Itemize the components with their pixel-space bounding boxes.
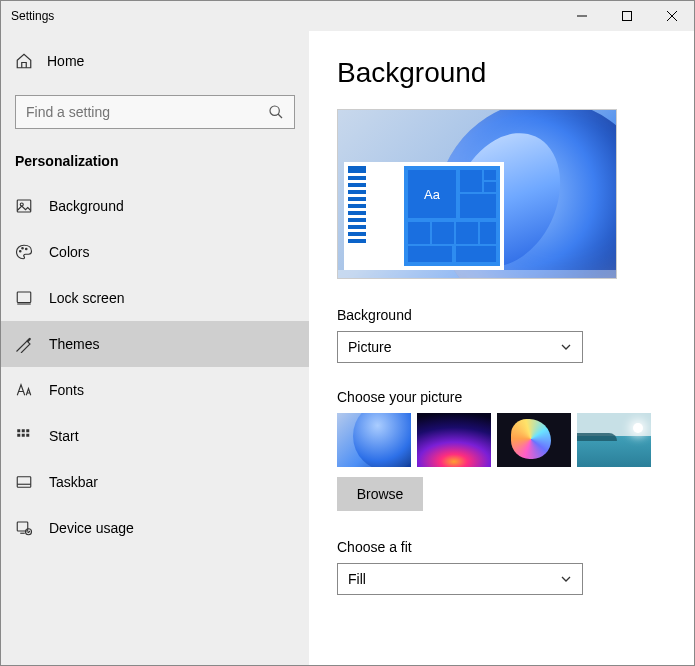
themes-icon [15, 335, 33, 353]
dropdown-value: Picture [348, 339, 392, 355]
sidebar-item-taskbar[interactable]: Taskbar [1, 459, 309, 505]
minimize-button[interactable] [559, 1, 604, 31]
background-type-dropdown[interactable]: Picture [337, 331, 583, 363]
home-nav[interactable]: Home [1, 41, 309, 81]
fonts-icon [15, 381, 33, 399]
chevron-down-icon [560, 341, 572, 353]
search-icon [268, 104, 284, 120]
sidebar-item-themes[interactable]: Themes [1, 321, 309, 367]
start-icon [15, 427, 33, 445]
sidebar-item-label: Background [49, 198, 124, 214]
sidebar-item-label: Device usage [49, 520, 134, 536]
sidebar-item-label: Colors [49, 244, 89, 260]
background-preview: Aa [337, 109, 617, 279]
sidebar-item-background[interactable]: Background [1, 183, 309, 229]
sidebar-item-label: Themes [49, 336, 100, 352]
home-icon [15, 52, 33, 70]
svg-rect-16 [22, 434, 25, 437]
close-button[interactable] [649, 1, 694, 31]
picture-thumb-3[interactable] [497, 413, 571, 467]
svg-line-5 [278, 114, 282, 118]
svg-rect-19 [17, 477, 31, 488]
sidebar-item-label: Taskbar [49, 474, 98, 490]
sidebar-item-colors[interactable]: Colors [1, 229, 309, 275]
choose-fit-label: Choose a fit [337, 539, 664, 555]
sidebar-item-label: Fonts [49, 382, 84, 398]
taskbar-icon [15, 473, 33, 491]
svg-rect-13 [17, 429, 20, 432]
sidebar: Home Personalization Background Colors L… [1, 31, 309, 665]
svg-point-4 [270, 106, 279, 115]
background-type-label: Background [337, 307, 664, 323]
choose-picture-label: Choose your picture [337, 389, 664, 405]
svg-rect-15 [17, 434, 20, 437]
palette-icon [15, 243, 33, 261]
svg-rect-11 [17, 292, 31, 303]
sidebar-item-label: Lock screen [49, 290, 124, 306]
sidebar-item-lock-screen[interactable]: Lock screen [1, 275, 309, 321]
sidebar-item-fonts[interactable]: Fonts [1, 367, 309, 413]
fit-dropdown[interactable]: Fill [337, 563, 583, 595]
search-box[interactable] [15, 95, 295, 129]
picture-thumb-2[interactable] [417, 413, 491, 467]
lock-screen-icon [15, 289, 33, 307]
svg-point-8 [20, 251, 22, 253]
svg-rect-14 [22, 429, 25, 432]
search-input[interactable] [26, 104, 268, 120]
dropdown-value: Fill [348, 571, 366, 587]
browse-button[interactable]: Browse [337, 477, 423, 511]
maximize-button[interactable] [604, 1, 649, 31]
picture-thumb-1[interactable] [337, 413, 411, 467]
svg-rect-18 [26, 434, 29, 437]
sidebar-item-device-usage[interactable]: Device usage [1, 505, 309, 551]
page-title: Background [337, 57, 664, 89]
picture-thumb-4[interactable] [577, 413, 651, 467]
sidebar-item-label: Start [49, 428, 79, 444]
home-label: Home [47, 53, 84, 69]
category-header: Personalization [1, 147, 309, 183]
svg-rect-17 [26, 429, 29, 432]
chevron-down-icon [560, 573, 572, 585]
svg-point-10 [26, 248, 28, 250]
svg-rect-1 [622, 12, 631, 21]
svg-point-9 [22, 248, 24, 250]
svg-rect-6 [17, 200, 31, 212]
picture-icon [15, 197, 33, 215]
device-usage-icon [15, 519, 33, 537]
sidebar-item-start[interactable]: Start [1, 413, 309, 459]
picture-thumbnails [337, 413, 664, 467]
main-panel: Background Aa [309, 31, 694, 665]
window-title: Settings [11, 9, 54, 23]
title-bar: Settings [1, 1, 694, 31]
